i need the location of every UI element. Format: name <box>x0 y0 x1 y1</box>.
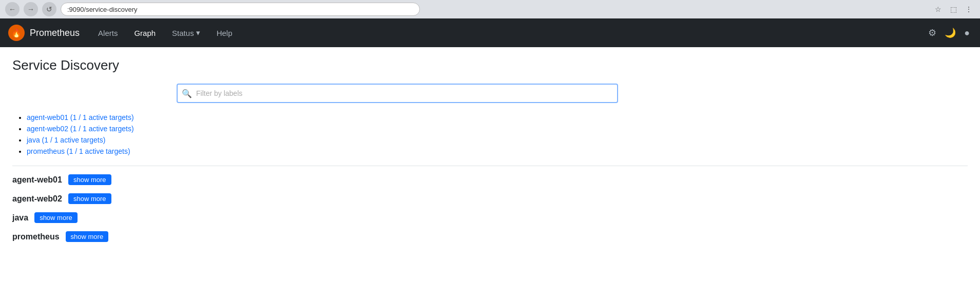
bookmark-icon[interactable]: ☆ <box>932 3 944 15</box>
show-more-agent-web01[interactable]: show more <box>68 174 111 185</box>
service-section-agent-web01: agent-web01 show more <box>12 174 968 185</box>
filter-row: 🔍 <box>177 84 968 103</box>
browser-chrome: ← → ↺ :9090/service-discovery ☆ ⬚ ⋮ <box>0 0 980 18</box>
filter-search-icon: 🔍 <box>182 89 192 98</box>
service-section-agent-web02: agent-web02 show more <box>12 193 968 204</box>
show-more-prometheus[interactable]: show more <box>66 231 109 242</box>
brand-name: Prometheus <box>30 28 80 38</box>
menu-icon[interactable]: ⋮ <box>963 3 975 15</box>
filter-input[interactable] <box>177 84 618 103</box>
service-section-header: java show more <box>12 212 968 223</box>
section-name-agent-web02: agent-web02 <box>12 194 62 204</box>
section-name-java: java <box>12 213 28 223</box>
reload-button[interactable]: ↺ <box>42 2 56 16</box>
filter-wrapper: 🔍 <box>177 84 618 103</box>
list-item: agent-web02 (1 / 1 active targets) <box>27 125 968 133</box>
theme-moon-icon[interactable]: 🌙 <box>943 25 958 41</box>
page-title: Service Discovery <box>12 57 968 73</box>
address-bar[interactable]: :9090/service-discovery <box>61 3 420 16</box>
theme-circle-icon[interactable]: ● <box>962 26 972 41</box>
service-list: agent-web01 (1 / 1 active targets) agent… <box>12 113 968 155</box>
service-section-header: prometheus show more <box>12 231 968 242</box>
forward-button[interactable]: → <box>24 2 38 16</box>
navbar: 🔥 Prometheus Alerts Graph Status ▾ Help … <box>0 18 980 47</box>
service-section-prometheus: prometheus show more <box>12 231 968 242</box>
service-link-agent-web02[interactable]: agent-web02 (1 / 1 active targets) <box>27 125 134 133</box>
navbar-right: ⚙ 🌙 ● <box>926 25 972 41</box>
brand-icon: 🔥 <box>8 25 25 41</box>
show-more-agent-web02[interactable]: show more <box>68 193 111 204</box>
back-button[interactable]: ← <box>5 2 20 16</box>
page-content: Service Discovery 🔍 agent-web01 (1 / 1 a… <box>0 47 980 260</box>
nav-alerts[interactable]: Alerts <box>92 25 124 42</box>
browser-actions: ☆ ⬚ ⋮ <box>932 3 975 15</box>
service-link-java[interactable]: java (1 / 1 active targets) <box>27 136 105 144</box>
section-name-agent-web01: agent-web01 <box>12 175 62 185</box>
status-chevron-icon: ▾ <box>196 28 200 37</box>
brand: 🔥 Prometheus <box>8 25 80 41</box>
section-name-prometheus: prometheus <box>12 232 60 241</box>
nav-status-label: Status <box>172 29 194 37</box>
nav-help[interactable]: Help <box>210 25 239 42</box>
list-item: prometheus (1 / 1 active targets) <box>27 147 968 155</box>
show-more-java[interactable]: show more <box>34 212 78 223</box>
service-link-prometheus[interactable]: prometheus (1 / 1 active targets) <box>27 147 130 155</box>
divider <box>12 166 968 166</box>
list-item: agent-web01 (1 / 1 active targets) <box>27 113 968 122</box>
nav-graph[interactable]: Graph <box>128 25 162 42</box>
gear-icon[interactable]: ⚙ <box>926 25 938 41</box>
service-section-java: java show more <box>12 212 968 223</box>
service-section-header: agent-web02 show more <box>12 193 968 204</box>
service-section-header: agent-web01 show more <box>12 174 968 185</box>
list-item: java (1 / 1 active targets) <box>27 136 968 144</box>
address-text: :9090/service-discovery <box>67 6 138 13</box>
nav-status[interactable]: Status ▾ <box>166 24 206 42</box>
extension-icon[interactable]: ⬚ <box>947 3 959 15</box>
service-link-agent-web01[interactable]: agent-web01 (1 / 1 active targets) <box>27 113 134 122</box>
